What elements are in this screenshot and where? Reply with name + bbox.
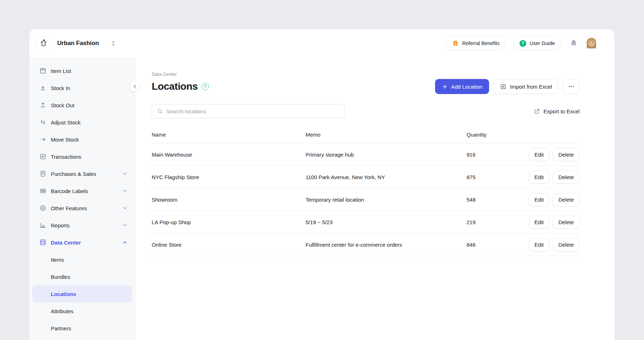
row-actions: Edit Delete bbox=[522, 238, 580, 251]
sidebar-item-data-center[interactable]: Data Center bbox=[29, 234, 135, 251]
user-avatar[interactable] bbox=[585, 36, 598, 50]
sidebar-item-barcode-labels[interactable]: Barcode Labels bbox=[29, 182, 135, 199]
export-to-excel-button[interactable]: Export to Excel bbox=[533, 108, 580, 115]
more-actions-button[interactable] bbox=[563, 79, 580, 94]
stock-in-icon bbox=[39, 84, 47, 92]
gift-icon bbox=[452, 40, 459, 47]
edit-button[interactable]: Edit bbox=[529, 216, 550, 229]
sidebar-subitem-locations[interactable]: Locations bbox=[32, 285, 132, 302]
sidebar-subitem-label: Items bbox=[51, 257, 64, 263]
memoji-avatar bbox=[585, 36, 598, 50]
chevron-down-icon bbox=[122, 222, 128, 228]
notifications-button[interactable] bbox=[569, 39, 578, 48]
app-window: Urban Fashion Referral Benefits ? User G… bbox=[29, 29, 615, 340]
workspace-name[interactable]: Urban Fashion bbox=[57, 40, 99, 47]
workspace-logo bbox=[36, 36, 51, 51]
chevron-down-icon bbox=[122, 205, 128, 211]
workspace-switcher[interactable] bbox=[111, 40, 116, 46]
sidebar-item-reports[interactable]: Reports bbox=[29, 217, 135, 234]
column-header-quantity: Quantity bbox=[467, 132, 522, 138]
cell-quantity: 875 bbox=[467, 174, 522, 180]
sidebar-item-label: Data Center bbox=[51, 240, 81, 246]
sidebar-subitem-items[interactable]: Items bbox=[32, 251, 132, 268]
sidebar-item-move-stock[interactable]: Move Stock bbox=[29, 131, 135, 148]
cell-quantity: 916 bbox=[467, 152, 522, 158]
delete-button[interactable]: Delete bbox=[553, 193, 580, 206]
table-row: NYC Flagship Store 1100 Park Avenue, New… bbox=[152, 166, 580, 188]
search-box[interactable] bbox=[152, 104, 345, 118]
row-actions: Edit Delete bbox=[522, 171, 580, 184]
chevron-left-icon bbox=[132, 84, 137, 89]
sidebar-item-adjust-stock[interactable]: Adjust Stock bbox=[29, 114, 135, 131]
sidebar-subitem-attributes[interactable]: Attributes bbox=[32, 302, 132, 320]
table-header-row: Name Memo Quantity bbox=[152, 126, 580, 143]
question-circle-icon: ? bbox=[519, 40, 526, 47]
cell-memo: 5/19 ~ 5/23 bbox=[306, 219, 467, 225]
cell-name: Main Warehouse bbox=[152, 152, 306, 158]
table-row: Showroom Temporary retail location 548 E… bbox=[152, 188, 580, 211]
edit-button[interactable]: Edit bbox=[529, 148, 550, 161]
cell-memo: Primary storage hub bbox=[306, 152, 467, 158]
locations-table: Name Memo Quantity Main Warehouse Primar… bbox=[152, 126, 580, 256]
title-row: Locations ? Add Location Import from Exc… bbox=[152, 79, 580, 94]
cell-memo: Temporary retail location bbox=[306, 197, 467, 203]
column-header-memo: Memo bbox=[306, 132, 467, 138]
help-icon[interactable]: ? bbox=[202, 83, 209, 90]
delete-button[interactable]: Delete bbox=[553, 238, 580, 251]
sidebar-item-label: Other Features bbox=[51, 205, 87, 211]
chevron-down-icon bbox=[122, 188, 128, 194]
sidebar: Item List Stock In Stock Out Adjust Stoc… bbox=[29, 57, 135, 340]
document-icon bbox=[39, 170, 47, 177]
cell-quantity: 846 bbox=[467, 242, 522, 248]
sidebar-subitem-label: Partners bbox=[51, 325, 71, 331]
row-actions: Edit Delete bbox=[522, 193, 580, 206]
cell-name: LA Pop-up Shop bbox=[152, 219, 306, 225]
breadcrumb: Data Center bbox=[152, 72, 580, 77]
excel-file-icon bbox=[500, 83, 507, 90]
sidebar-item-stock-in[interactable]: Stock In bbox=[29, 79, 135, 97]
sidebar-item-other-features[interactable]: Other Features bbox=[29, 199, 135, 217]
sidebar-subitem-partners[interactable]: Partners bbox=[32, 320, 132, 337]
import-from-excel-button[interactable]: Import from Excel bbox=[494, 79, 558, 94]
cell-memo: Fulfillment center for e-commerce orders bbox=[306, 242, 467, 248]
row-actions: Edit Delete bbox=[522, 148, 580, 161]
sidebar-item-purchases-sales[interactable]: Purchases & Sales bbox=[29, 165, 135, 182]
sidebar-subitem-bundles[interactable]: Bundles bbox=[32, 268, 132, 285]
edit-button[interactable]: Edit bbox=[529, 238, 550, 251]
table-row: Main Warehouse Primary storage hub 916 E… bbox=[152, 143, 580, 166]
add-location-button[interactable]: Add Location bbox=[435, 79, 489, 94]
delete-button[interactable]: Delete bbox=[553, 148, 580, 161]
sidebar-subitem-label: Attributes bbox=[51, 308, 73, 314]
chevron-down-icon bbox=[122, 171, 128, 177]
barcode-icon bbox=[39, 187, 47, 194]
plus-circle-icon bbox=[39, 205, 47, 212]
referral-benefits-button[interactable]: Referral Benefits bbox=[445, 36, 506, 50]
sidebar-item-label: Stock In bbox=[51, 85, 70, 91]
sidebar-item-item-list[interactable]: Item List bbox=[29, 62, 135, 79]
edit-button[interactable]: Edit bbox=[529, 171, 550, 184]
search-input[interactable] bbox=[166, 108, 340, 114]
delete-button[interactable]: Delete bbox=[553, 171, 580, 184]
sidebar-item-label: Move Stock bbox=[51, 137, 79, 143]
sort-arrows-icon bbox=[111, 40, 116, 46]
user-guide-button[interactable]: ? User Guide bbox=[513, 36, 561, 50]
table-row: Online Store Fulfillment center for e-co… bbox=[152, 233, 580, 256]
sidebar-item-label: Reports bbox=[51, 222, 70, 228]
add-location-label: Add Location bbox=[451, 84, 483, 90]
cell-name: Online Store bbox=[152, 242, 306, 248]
sidebar-item-transactions[interactable]: Transactions bbox=[29, 148, 135, 165]
edit-button[interactable]: Edit bbox=[529, 193, 550, 206]
bar-chart-icon bbox=[39, 222, 47, 229]
user-guide-label: User Guide bbox=[530, 40, 555, 46]
row-actions: Edit Delete bbox=[522, 216, 580, 229]
sidebar-item-label: Purchases & Sales bbox=[51, 171, 96, 177]
export-icon bbox=[533, 108, 540, 115]
table-toolbar: Export to Excel bbox=[152, 104, 580, 118]
referral-benefits-label: Referral Benefits bbox=[462, 40, 499, 46]
plus-icon bbox=[442, 84, 448, 90]
sidebar-collapse-button[interactable] bbox=[130, 81, 140, 92]
delete-button[interactable]: Delete bbox=[553, 216, 580, 229]
bell-icon bbox=[569, 39, 578, 48]
topbar: Urban Fashion Referral Benefits ? User G… bbox=[29, 29, 615, 57]
sidebar-item-stock-out[interactable]: Stock Out bbox=[29, 97, 135, 114]
